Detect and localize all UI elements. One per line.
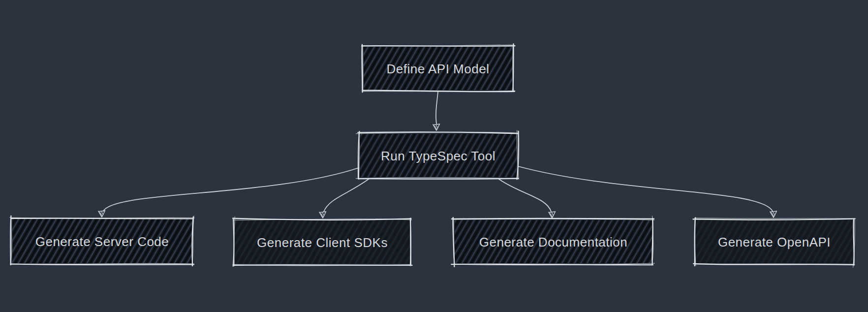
flowchart-svg: Define API ModelRun TypeSpec ToolGenerat… bbox=[0, 0, 868, 312]
edge-line bbox=[518, 166, 773, 211]
node-label: Generate Client SDKs bbox=[257, 235, 388, 250]
diagram-canvas: Define API ModelRun TypeSpec ToolGenerat… bbox=[0, 0, 868, 312]
node-label: Define API Model bbox=[387, 62, 490, 76]
node-label: Generate OpenAPI bbox=[718, 235, 831, 250]
arrowhead-marker bbox=[549, 212, 556, 218]
edge-b-e bbox=[499, 179, 556, 218]
arrowhead-marker bbox=[319, 212, 326, 218]
edge-line bbox=[324, 179, 369, 212]
flowchart-node-generate-server-code: Generate Server Code bbox=[10, 216, 195, 266]
edge-b-c bbox=[98, 168, 359, 217]
flowchart-node-generate-openapi: Generate OpenAPI bbox=[693, 218, 856, 267]
edge-line bbox=[499, 179, 551, 212]
node-label: Run TypeSpec Tool bbox=[381, 149, 496, 163]
edge-b-f bbox=[518, 166, 777, 218]
flowchart-node-define-api-model: Define API Model bbox=[362, 44, 515, 92]
arrowhead-marker bbox=[98, 211, 105, 217]
edge-line bbox=[103, 168, 359, 211]
arrowhead-marker bbox=[770, 211, 777, 218]
edge-line bbox=[436, 92, 438, 124]
flowchart-node-run-typespec-tool: Run TypeSpec Tool bbox=[356, 130, 519, 180]
node-layer: Define API ModelRun TypeSpec ToolGenerat… bbox=[10, 44, 856, 267]
node-label: Generate Documentation bbox=[479, 235, 628, 250]
edge-a-b bbox=[433, 92, 440, 130]
flowchart-node-generate-documentation: Generate Documentation bbox=[451, 216, 654, 267]
edge-b-d bbox=[319, 179, 369, 218]
node-label: Generate Server Code bbox=[35, 234, 169, 249]
arrowhead-marker bbox=[433, 124, 440, 130]
flowchart-node-generate-client-sdks: Generate Client SDKs bbox=[233, 217, 412, 266]
